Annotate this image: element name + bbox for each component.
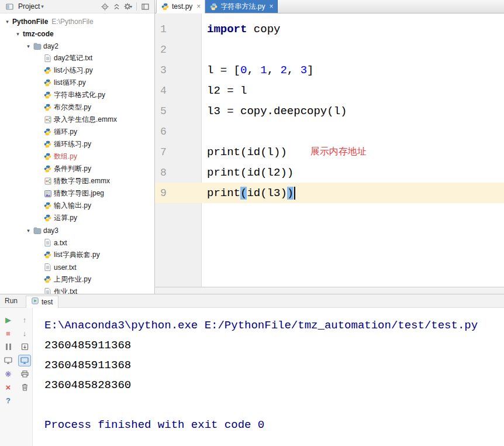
tree-item[interactable]: ▾PythonFileE:\PythonFile (0, 15, 154, 28)
console-line: E:\Anaconda3\python.exe E:/PythonFile/tm… (44, 315, 504, 335)
up-stack-button[interactable]: ↑ (18, 314, 31, 326)
tree-item[interactable]: 数组.py (0, 150, 154, 163)
pause-output-button[interactable] (2, 341, 15, 353)
editor-bottom-strip (155, 287, 504, 294)
close-tab-button[interactable]: × (2, 382, 15, 393)
code-segment-plain: print(id(l)) (207, 146, 287, 159)
line-number[interactable]: 4 (155, 80, 202, 101)
line-number[interactable]: 1 (155, 19, 202, 39)
code-segment-plain: print (207, 187, 240, 200)
help-button[interactable]: ? (2, 395, 15, 407)
tree-item-label: 循环练习.py (54, 139, 91, 149)
tree-item[interactable]: ▾day3 (0, 224, 154, 236)
code-line[interactable]: 5l3 = copy.deepcopy(l) (155, 101, 504, 121)
locate-file-icon[interactable] (99, 1, 111, 12)
chevron-down-icon[interactable]: ▾ (25, 43, 32, 49)
tree-item[interactable]: 布尔类型.py (0, 101, 154, 114)
tree-item[interactable]: 作业.txt (0, 286, 154, 294)
python-file-icon (43, 153, 53, 160)
console-line: 2360485911368 (44, 335, 504, 355)
play-icon: ▶ (5, 316, 11, 324)
chevron-down-icon[interactable]: ▾ (4, 19, 11, 25)
tree-item[interactable]: user.txt (0, 261, 154, 273)
tree-item[interactable]: 循环练习.py (0, 138, 154, 150)
chevron-down-icon[interactable]: ▾ (41, 4, 44, 9)
tree-item[interactable]: 字符串格式化.py (0, 89, 154, 101)
collapse-all-icon[interactable] (111, 1, 122, 12)
chevron-down-icon: ▾ (130, 4, 132, 9)
console-line (44, 395, 504, 415)
tree-item[interactable]: day2笔记.txt (0, 52, 154, 64)
hide-panel-icon[interactable] (139, 1, 151, 12)
chevron-down-icon[interactable]: ▾ (14, 31, 22, 37)
emmx-file-icon (43, 116, 53, 123)
tree-item[interactable]: a.txt (0, 236, 154, 249)
line-number[interactable]: 7 (155, 142, 202, 162)
code-segment-paren: ( (240, 187, 247, 200)
code-segment-keyword: import (207, 23, 247, 36)
line-number[interactable]: 5 (155, 101, 202, 121)
text-file-icon (43, 239, 53, 246)
code-segment-plain: copy (247, 23, 280, 36)
tree-item-label: a.txt (54, 239, 67, 247)
close-icon[interactable]: × (196, 2, 201, 11)
print-button[interactable] (18, 368, 31, 380)
tree-item[interactable]: list字典嵌套.py (0, 249, 154, 261)
code-line[interactable]: 9print(id(l3)) (155, 183, 504, 203)
soft-wrap-toggle[interactable] (18, 355, 31, 366)
code-segment-plain: l3 = copy.deepcopy(l) (207, 105, 347, 118)
tree-item-label: 条件判断.py (54, 164, 91, 174)
tab-test-py[interactable]: test.py × (156, 0, 205, 13)
tree-item[interactable]: 猜数字导图.emmx (0, 175, 154, 187)
line-number[interactable]: 3 (155, 60, 202, 80)
code-line[interactable]: 7print(id(l))展示内存地址 (155, 142, 504, 162)
code-line[interactable]: 2 (155, 39, 504, 60)
python-file-icon (43, 79, 53, 87)
tab-string-methods-py[interactable]: 字符串方法.py × (205, 0, 278, 13)
tree-item[interactable]: 猜数字导图.jpeg (0, 187, 154, 200)
line-number[interactable]: 9 (155, 183, 202, 203)
tree-item[interactable]: 循环.py (0, 126, 154, 138)
code-line[interactable]: 6 (155, 121, 504, 142)
image-file-icon (43, 190, 53, 197)
tree-item[interactable]: list循环.py (0, 77, 154, 89)
tree-item[interactable]: ▾tmz-code (0, 28, 154, 40)
line-number[interactable]: 2 (155, 39, 202, 60)
tree-item[interactable]: 运算.py (0, 212, 154, 224)
text-file-icon (43, 288, 53, 294)
tree-item-label: 录入学生信息.emmx (54, 115, 117, 125)
code-text: l3 = copy.deepcopy(l) (202, 105, 347, 118)
tree-item-label: list字典嵌套.py (54, 250, 100, 260)
code-line[interactable]: 1import copy (155, 19, 504, 39)
down-stack-button[interactable]: ↓ (18, 328, 31, 339)
colorize-output-button[interactable] (2, 368, 15, 380)
tree-item[interactable]: 上周作业.py (0, 273, 154, 286)
tree-item[interactable]: 录入学生信息.emmx (0, 114, 154, 126)
scroll-to-end-button[interactable] (18, 341, 31, 353)
tree-item[interactable]: 输入输出.py (0, 200, 154, 212)
stop-button[interactable]: ■ (2, 328, 15, 339)
line-number[interactable]: 6 (155, 121, 202, 142)
memory-address-annotation: 展示内存地址 (310, 146, 367, 158)
tree-item-label: 猜数字导图.emmx (54, 176, 110, 186)
settings-gear-icon[interactable]: ▾ (122, 1, 134, 12)
tab-label: 字符串方法.py (220, 2, 265, 12)
console-output[interactable]: E:\Anaconda3\python.exe E:/PythonFile/tm… (33, 308, 504, 446)
tree-item[interactable]: list小练习.py (0, 64, 154, 77)
run-tab-label: test (42, 298, 53, 306)
chevron-down-icon[interactable]: ▾ (25, 228, 32, 234)
tree-item-label: PythonFile (12, 18, 48, 26)
line-number[interactable]: 8 (155, 162, 202, 183)
code-line[interactable]: 4l2 = l (155, 80, 504, 101)
restore-layout-button[interactable] (2, 355, 15, 366)
code-line[interactable]: 3l = [0, 1, 2, 3] (155, 60, 504, 80)
close-icon[interactable]: × (269, 2, 273, 11)
rerun-button[interactable]: ▶ (2, 314, 15, 326)
run-tab-test[interactable]: test (26, 296, 58, 308)
code-line[interactable]: 8print(id(l2)) (155, 162, 504, 183)
code-editor[interactable]: 1import copy23l = [0, 1, 2, 3]4l2 = l5l3… (155, 13, 504, 287)
tree-item[interactable]: ▾day2 (0, 40, 154, 52)
tree-item[interactable]: 条件判断.py (0, 163, 154, 175)
project-panel-title[interactable]: Project (18, 2, 40, 11)
clear-console-button[interactable] (18, 382, 31, 393)
